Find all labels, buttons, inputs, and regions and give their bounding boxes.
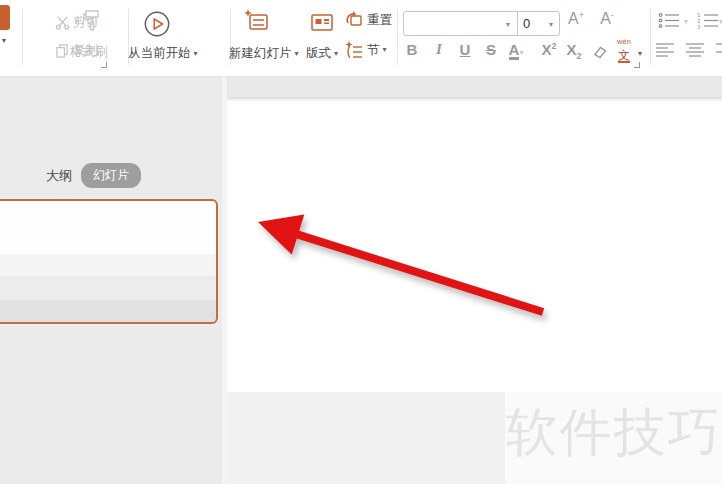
numbered-list-icon: 123 [697,12,721,29]
svg-text:3: 3 [697,24,701,30]
reset-button[interactable]: 重置 [345,11,392,29]
section-label: 节 [367,42,380,59]
italic-button[interactable]: I [428,41,450,58]
layout-caret: ▾ [334,50,338,58]
copy-icon [55,43,70,58]
section-caret: ▾ [383,46,387,54]
font-name-caret[interactable]: ▾ [506,20,510,29]
new-slide-icon [244,8,272,36]
subscript-button[interactable]: X2 [563,41,585,61]
slide-panel: 大纲 幻灯片 [0,77,222,484]
from-current-caret: ▾ [194,50,198,58]
slide-thumbnail[interactable] [0,199,218,324]
ribbon-toolbar: ▾ 剪切 复制 格式刷 [0,0,722,77]
format-painter-icon [80,8,104,34]
font-size-caret[interactable]: ▾ [549,20,553,29]
bold-button[interactable]: B [401,41,423,58]
tab-outline[interactable]: 大纲 [46,167,72,185]
tab-slides[interactable]: 幻灯片 [81,163,141,188]
editing-canvas: 软件技巧 [227,77,722,484]
paste-dropdown-caret[interactable]: ▾ [2,36,6,45]
align-center-button[interactable] [686,42,705,57]
superscript-button[interactable]: X2 [538,41,560,58]
bullet-list-caret[interactable]: ▾ [684,18,688,26]
canvas-margin [227,77,722,97]
font-color-caret: ▾ [519,48,523,57]
group-separator [397,9,398,65]
play-icon [143,10,171,38]
bullet-list-button[interactable] [658,12,680,29]
reset-label: 重置 [367,12,392,29]
font-size-input[interactable]: 0 [523,16,530,31]
pinyin-text: wén [613,38,635,46]
underline-button[interactable]: U [454,41,476,58]
new-slide-button[interactable] [244,8,272,36]
from-current-label[interactable]: 从当前开始 ▾ [128,45,198,62]
clipboard-dialog-launcher[interactable] [101,62,107,68]
layout-icon [308,10,336,36]
section-icon [345,41,364,59]
clear-format-button[interactable] [591,44,608,59]
watermark-text: 软件技巧 [506,398,722,484]
font-controls: ▾ 0 ▾ [403,11,560,36]
font-dialog-launcher[interactable] [634,62,640,68]
align-right-button[interactable] [716,42,722,57]
group-separator [22,9,23,65]
align-left-button[interactable] [656,42,675,57]
new-slide-label[interactable]: 新建幻灯片 ▾ [229,45,299,62]
decrease-font-button[interactable]: A- [596,10,618,28]
section-button[interactable]: 节 ▾ [345,41,387,59]
strikethrough-button[interactable]: S [480,41,502,58]
align-center-icon [686,42,705,57]
slide-page[interactable] [227,97,722,392]
paste-icon[interactable] [0,5,10,30]
layout-button[interactable] [308,10,336,36]
numbered-list-button[interactable]: 123 [697,12,721,29]
group-separator [650,9,651,65]
font-color-button[interactable]: A▾ [505,41,527,60]
new-slide-caret: ▾ [295,50,299,58]
phonetic-char: 文 [618,49,630,63]
slide-top-shadow [227,97,722,102]
align-right-icon [716,42,722,57]
phonetic-guide-button[interactable]: wén 文 [613,38,635,63]
layout-label[interactable]: 版式 ▾ [306,45,338,62]
scissors-icon [55,15,70,30]
watermark-box: 软件技巧 [505,392,722,484]
reset-icon [345,11,364,29]
phonetic-caret[interactable]: ▾ [638,50,642,58]
eraser-icon [591,44,608,59]
combo-divider [517,12,518,35]
format-painter-button[interactable] [80,8,104,34]
format-painter-label: 格式刷 [70,44,108,61]
play-from-current-button[interactable] [143,10,171,38]
align-left-icon [656,42,675,57]
bullet-list-icon [658,12,680,29]
increase-font-button[interactable]: A+ [565,10,587,28]
